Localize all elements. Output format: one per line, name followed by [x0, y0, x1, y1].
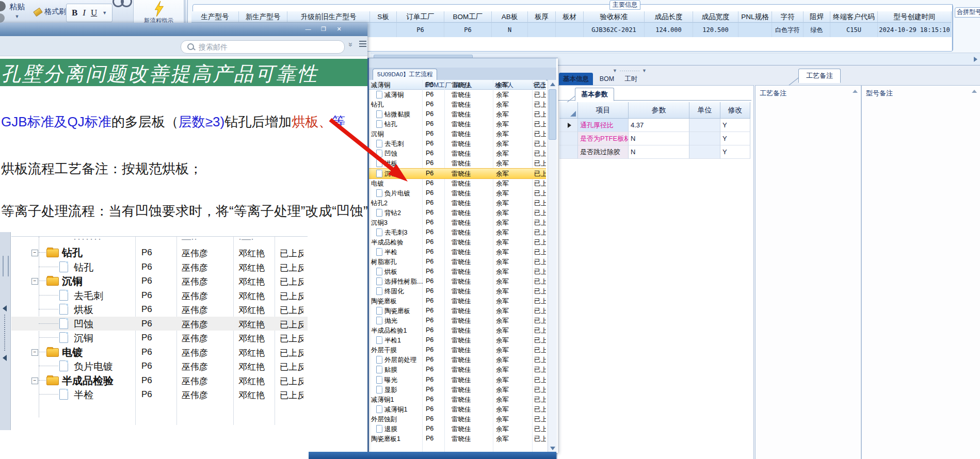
minimize-button[interactable]: — [301, 25, 315, 34]
cell-modify[interactable]: Y [720, 145, 750, 159]
list-item[interactable]: 曝光P6雷晓佳余军已上反 [369, 375, 546, 385]
list-item[interactable]: 树脂塞孔P6雷晓佳余军已上反 [369, 257, 546, 267]
tab-basic-info[interactable]: 基本信息 [559, 73, 593, 85]
list-item[interactable]: 凹蚀P6雷晓佳余军已上反 [369, 149, 546, 158]
list-item[interactable]: 去毛刺P6雷晓佳余军已上反 [369, 139, 546, 149]
row-selector[interactable] [559, 132, 578, 145]
tab-bom[interactable]: BOM [596, 73, 618, 85]
row-selector[interactable] [559, 145, 578, 159]
list-item[interactable]: 半检1P6雷晓佳余军已上反 [369, 335, 546, 345]
table-row[interactable]: 半检P6巫伟彦邓红艳已上反 [11, 387, 308, 402]
list-item[interactable]: 钻孔P6雷晓佳余军已上反 [369, 119, 546, 129]
list-item[interactable]: 减薄铜1P6雷晓佳余军已上反 [369, 404, 546, 414]
table-row[interactable]: −钻孔P6巫伟彦邓红艳已上反 [11, 245, 308, 260]
list-item[interactable]: 减薄铜P6雷晓佳余军已上反 [369, 90, 546, 100]
cell-unit[interactable] [689, 119, 720, 132]
list-item[interactable]: 沉铜3P6雷晓佳余军已上反 [369, 218, 546, 227]
process-notes-box[interactable]: 工艺备注 [755, 85, 861, 459]
scroll-right-icon[interactable] [974, 57, 977, 62]
list-item[interactable]: 外层前处理P6雷晓佳余军已上反 [369, 355, 546, 365]
collapse-left-icon[interactable] [3, 305, 7, 312]
cell-item[interactable]: 通孔厚径比 [578, 119, 629, 132]
maximize-button[interactable]: ❐ [317, 25, 330, 34]
vertical-scrollbar[interactable] [548, 80, 557, 453]
cell-item[interactable]: 是否跳过除胶 [578, 145, 629, 159]
table-row[interactable]: 烘板P6巫伟彦邓红艳已上反 [11, 302, 308, 317]
list-item[interactable]: 贴膜P6雷晓佳余军已上反 [369, 365, 546, 374]
cell-value[interactable]: N [629, 132, 689, 145]
list-item[interactable]: 半检P6雷晓佳余军已上反 [369, 247, 546, 257]
list-item[interactable]: 外层蚀刻P6雷晓佳余军已上反 [369, 414, 546, 424]
tab-process-notes[interactable]: 工艺备注 [798, 69, 841, 83]
tab-merged-model[interactable]: 合拼型号 [955, 7, 980, 18]
collapse-left-icon[interactable] [3, 355, 7, 361]
close-button[interactable]: ✕ [332, 25, 346, 34]
list-item[interactable]: 终固化P6雷晓佳余军已上反 [369, 286, 546, 296]
scroll-down-icon[interactable] [550, 447, 555, 450]
cell-modify[interactable]: Y [720, 132, 750, 145]
list-item[interactable]: 沉铜P6雷晓佳余军已上反 [369, 168, 546, 179]
paste-button[interactable]: 粘贴 ▼ [9, 2, 25, 19]
cell-value[interactable]: N [629, 145, 689, 159]
list-item[interactable]: 陶瓷磨板1P6雷晓佳余军已上反 [369, 434, 546, 444]
tab-work-hours[interactable]: 工时 [620, 73, 642, 85]
cell-value[interactable]: 4.37 [629, 119, 689, 132]
table-row[interactable]: 钻孔P6巫伟彦邓红艳已上反 [11, 260, 308, 274]
table-row[interactable]: 去毛刺P6巫伟彦邓红艳已上反 [11, 288, 308, 303]
italic-button[interactable]: I [83, 8, 86, 18]
list-item[interactable]: 减薄铜1P6雷晓佳余军已上反 [369, 395, 546, 404]
cell-modify[interactable]: Y [720, 119, 750, 132]
list-item[interactable]: 抛光P6雷晓佳余军已上反 [369, 316, 546, 325]
list-item[interactable]: 电镀P6雷晓佳余军已上反 [369, 178, 546, 188]
expand-collapse-icon[interactable]: − [31, 349, 38, 356]
list-item[interactable]: 减薄铜P6雷晓佳余军已上反 [369, 80, 546, 90]
cell-unit[interactable] [689, 145, 720, 159]
expand-collapse-icon[interactable]: − [31, 250, 38, 256]
model-notes-box[interactable]: 型号备注 [861, 85, 980, 459]
cell-unit[interactable] [689, 132, 720, 145]
format-painter-button[interactable]: 格式刷 [34, 7, 66, 17]
pane-splitter[interactable] [0, 232, 11, 430]
chevron-double-down-icon[interactable]: » [347, 42, 356, 46]
table-row[interactable]: 负片电镀P6巫伟彦邓红艳已上反 [11, 359, 308, 373]
list-item[interactable]: 外层干膜P6雷晓佳余军已上反 [369, 345, 546, 355]
list-item[interactable]: 背钻2P6雷晓佳余军已上反 [369, 208, 546, 218]
table-row[interactable]: −沉铜P6巫伟彦邓红艳已上反 [11, 274, 308, 288]
scrollbar-thumb[interactable] [549, 89, 556, 140]
expand-collapse-icon[interactable]: − [31, 278, 38, 285]
list-item[interactable]: 烘板P6雷晓佳余军已上反 [369, 267, 546, 276]
list-item[interactable]: 陶瓷磨板P6雷晓佳余军已上反 [369, 296, 546, 306]
list-item[interactable]: 沉铜P6雷晓佳余军已上反 [369, 129, 546, 139]
list-item[interactable]: 半成品检验1P6雷晓佳余军已上反 [369, 325, 546, 335]
scroll-up-icon[interactable] [853, 90, 858, 93]
search-input[interactable]: 搜索邮件 [181, 40, 345, 54]
expand-collapse-icon[interactable]: − [31, 378, 38, 384]
list-item[interactable]: 选择性树脂…P6雷晓佳余军已上反 [369, 276, 546, 286]
scroll-up-icon[interactable] [972, 90, 977, 93]
list-item[interactable]: 显影P6雷晓佳余军已上反 [369, 385, 546, 395]
table-row[interactable]: 沉铜P6巫伟彦邓红艳已上反 [11, 331, 308, 345]
row-selector[interactable] [559, 119, 578, 132]
table-row[interactable]: −电镀P6巫伟彦邓红艳已上反 [11, 345, 308, 359]
list-item[interactable]: 负片电镀P6雷晓佳余军已上反 [369, 188, 546, 198]
list-item[interactable]: 烘板P6雷晓佳余军已上反 [369, 158, 546, 168]
bold-button[interactable]: B [72, 8, 77, 18]
list-item[interactable]: 去毛刺3P6雷晓佳余军已上反 [369, 227, 546, 237]
list-item[interactable]: 半成品检验P6雷晓佳余军已上反 [369, 237, 546, 247]
list-item[interactable]: 钻微黏膜P6雷晓佳余军已上反 [369, 109, 546, 119]
tab-basic-params[interactable]: 基本参数 [575, 88, 614, 101]
doc-paragraph-1: GJB标准及QJ标准的多层板（层数≥3)钻孔后增加烘板、等 [1, 113, 378, 131]
scroll-up-icon[interactable] [550, 83, 555, 86]
underline-button[interactable]: U [91, 8, 97, 18]
table-row[interactable]: 凹蚀P6巫伟彦邓红艳已上反 [11, 317, 308, 331]
title-bar[interactable]: — ❐ ✕ [0, 23, 367, 36]
tab-main-info[interactable]: 主要信息 [609, 0, 640, 10]
table-row[interactable]: −半成品检验P6巫伟彦邓红艳已上反 [11, 373, 308, 388]
list-item[interactable]: 钻孔2P6雷晓佳余军已上反 [369, 198, 546, 208]
hyperlink-icon[interactable] [111, 0, 133, 8]
list-item[interactable]: 钻孔P6雷晓佳余军已上反 [369, 100, 546, 109]
cell-item[interactable]: 是否为PTFE板材 [578, 132, 629, 145]
list-item[interactable]: 陶瓷磨板P6雷晓佳余军已上反 [369, 306, 546, 316]
tab-process-flow[interactable]: 5U09DA0】工艺流程 [373, 69, 437, 80]
list-item[interactable]: 退膜P6雷晓佳余军已上反 [369, 424, 546, 434]
